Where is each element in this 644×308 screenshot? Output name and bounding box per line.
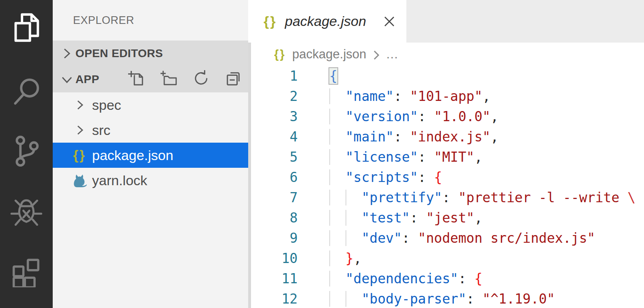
line-number: 8: [248, 208, 298, 228]
code-line: 10 },: [248, 248, 644, 269]
tree-item-package.json[interactable]: {}package.json: [53, 143, 248, 168]
activity-item-source-control[interactable]: [0, 131, 53, 172]
line-number: 11: [248, 269, 298, 289]
code-line-text: "scripts": {: [329, 167, 442, 188]
code-line-text: "body-parser": "^1.19.0": [329, 289, 555, 308]
json-icon: {}: [264, 13, 277, 29]
code-line-text: "dependencies": {: [329, 269, 483, 289]
tree-item-src[interactable]: src: [53, 118, 248, 143]
code-line-text: "dev": "nodemon src/index.js": [329, 228, 595, 248]
code-line-text: "name": "101-app",: [329, 86, 490, 107]
line-number: 1: [248, 66, 298, 86]
file-tree: specsrc{}package.jsonyarn.lock: [53, 92, 248, 193]
json-icon: {}: [274, 48, 286, 61]
chevron-right-icon: [75, 98, 86, 112]
code-line: 11 "dependencies": {: [248, 269, 644, 289]
code-line-text: },: [329, 248, 362, 269]
breadcrumb-tail[interactable]: …: [386, 47, 398, 62]
line-number: 4: [248, 127, 298, 147]
section-label: APP: [75, 73, 99, 86]
activity-item-search[interactable]: [0, 72, 53, 112]
tree-item-label: yarn.lock: [92, 173, 147, 188]
explorer-sidebar: EXPLORER OPEN EDITORS APP specsrc{}packa…: [53, 0, 248, 308]
line-number: 2: [248, 86, 298, 107]
source-control-icon: [9, 133, 44, 170]
chevron-right-icon: [372, 49, 381, 61]
new-folder-icon[interactable]: [160, 70, 178, 89]
code-line-text: "prettify": "prettier -l --write \: [329, 188, 635, 208]
tree-item-label: src: [92, 122, 110, 138]
tab-package-json[interactable]: {} package.json: [248, 0, 406, 43]
tree-item-label: package.json: [92, 148, 173, 163]
code-line-text: "license": "MIT",: [329, 147, 483, 167]
line-number: 6: [248, 167, 298, 188]
refresh-icon[interactable]: [192, 70, 210, 89]
search-icon: [9, 73, 44, 111]
code-line-text: {: [329, 66, 337, 86]
line-number: 10: [248, 248, 298, 269]
code-line-text: "main": "index.js",: [329, 127, 498, 147]
line-number: 12: [248, 289, 298, 308]
code-line: 3 "version": "1.0.0",: [248, 107, 644, 127]
code-line: 6 "scripts": {: [248, 167, 644, 188]
activity-item-extensions[interactable]: [0, 250, 53, 291]
line-number: 5: [248, 147, 298, 167]
code-line-text: "version": "1.0.0",: [329, 107, 498, 127]
activity-bar: [0, 0, 53, 308]
code-line: 2 "name": "101-app",: [248, 86, 644, 107]
chevron-right-icon: [60, 47, 74, 60]
section-label: OPEN EDITORS: [75, 47, 163, 60]
tab-bar: {} package.json: [248, 0, 644, 43]
code-line: 5 "license": "MIT",: [248, 147, 644, 167]
close-icon[interactable]: [382, 14, 397, 29]
code-line: 12 "body-parser": "^1.19.0": [248, 289, 644, 308]
chevron-right-icon: [75, 123, 86, 137]
section-app[interactable]: APP: [53, 66, 248, 92]
code-line: 4 "main": "index.js",: [248, 127, 644, 147]
code-line: 9 "dev": "nodemon src/index.js": [248, 228, 644, 248]
section-actions: [127, 70, 243, 89]
code-line-text: "test": "jest",: [329, 208, 483, 228]
chevron-down-icon: [60, 73, 74, 86]
activity-item-explorer[interactable]: [0, 8, 53, 49]
tree-item-spec[interactable]: spec: [53, 92, 248, 118]
sidebar-title: EXPLORER: [53, 0, 248, 41]
yarn-icon: [71, 172, 88, 189]
activity-item-debug[interactable]: [0, 190, 53, 231]
tree-item-label: spec: [92, 97, 121, 113]
tree-item-yarn.lock[interactable]: yarn.lock: [53, 168, 248, 193]
code-editor[interactable]: 1{2 "name": "101-app",3 "version": "1.0.…: [248, 66, 644, 308]
collapse-all-icon[interactable]: [225, 70, 243, 89]
extensions-icon: [9, 252, 44, 289]
breadcrumb: {} package.json …: [248, 43, 644, 66]
files-icon: [9, 10, 44, 47]
editor-group: {} package.json {} package.json … 1{2 "n…: [248, 0, 644, 308]
code-line: 1{: [248, 66, 644, 86]
tab-label: package.json: [285, 13, 366, 29]
section-open-editors[interactable]: OPEN EDITORS: [53, 41, 248, 66]
line-number: 7: [248, 188, 298, 208]
vscode-window: EXPLORER OPEN EDITORS APP specsrc{}packa…: [0, 0, 644, 308]
code-line: 7 "prettify": "prettier -l --write \: [248, 188, 644, 208]
json-icon: {}: [71, 147, 88, 164]
line-number: 3: [248, 107, 298, 127]
new-file-icon[interactable]: [127, 70, 145, 89]
debug-icon: [9, 192, 44, 229]
breadcrumb-file[interactable]: package.json: [292, 47, 367, 62]
code-line: 8 "test": "jest",: [248, 208, 644, 228]
line-number: 9: [248, 228, 298, 248]
